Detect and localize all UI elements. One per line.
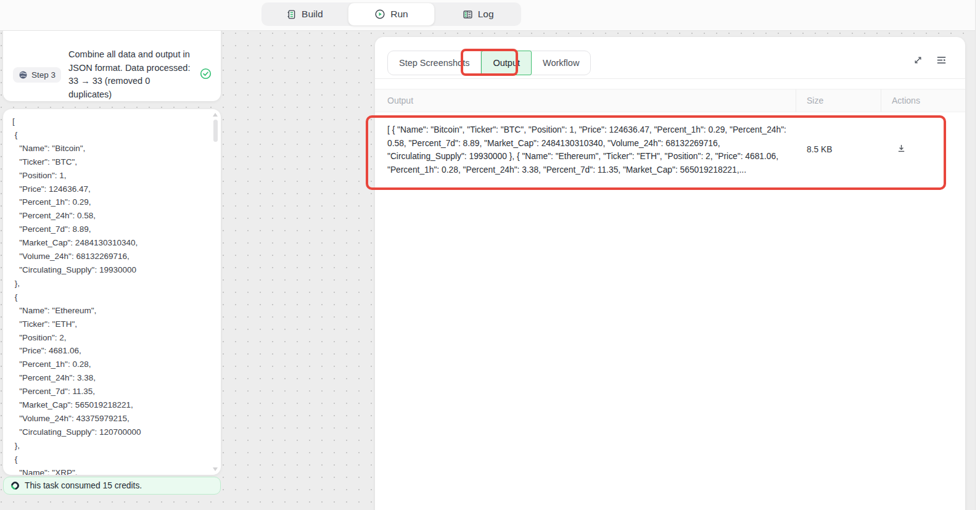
- tab-workflow[interactable]: Workflow: [532, 51, 590, 75]
- run-icon: [374, 9, 385, 20]
- panel-toolbar: [913, 56, 947, 65]
- step-row: Step 3 Combine all data and output in JS…: [13, 48, 212, 101]
- output-row-text: [ { "Name": "Bitcoin", "Ticker": "BTC", …: [387, 123, 789, 176]
- tab-step-screenshots[interactable]: Step Screenshots: [388, 51, 481, 75]
- mode-switcher: Build Run Log: [261, 2, 521, 26]
- output-panel-tabs: Step Screenshots Output Workflow: [387, 51, 591, 75]
- tab-workflow-label: Workflow: [543, 58, 579, 68]
- tab-log-label: Log: [478, 9, 494, 20]
- expand-icon[interactable]: [913, 56, 923, 65]
- tab-run-label: Run: [390, 9, 408, 20]
- spinner-dot-icon: [9, 480, 20, 491]
- tab-build-label: Build: [302, 9, 323, 20]
- column-header-output: Output: [387, 96, 413, 105]
- column-header-actions: Actions: [892, 96, 920, 105]
- output-panel: Step Screenshots Output Workflow Output …: [375, 37, 965, 510]
- download-button[interactable]: [896, 143, 907, 156]
- build-icon: [286, 9, 297, 20]
- download-icon: [896, 143, 907, 154]
- scroll-down-arrow[interactable]: [213, 467, 218, 471]
- column-header-size: Size: [807, 96, 823, 105]
- credits-toast-message: This task consumed 15 credits.: [25, 481, 142, 490]
- globe-icon: [19, 70, 28, 80]
- log-icon: [463, 9, 473, 20]
- json-preview-text: [ { "Name": "Bitcoin", "Ticker": "BTC", …: [12, 115, 207, 475]
- success-check-icon: [200, 68, 212, 82]
- tab-output-label: Output: [493, 58, 520, 68]
- top-header-band: Build Run Log: [0, 0, 980, 31]
- output-table-header: Output Size Actions: [375, 89, 965, 112]
- output-row-size: 8.5 KB: [807, 145, 832, 154]
- panel-divider: [375, 78, 965, 79]
- json-preview-card[interactable]: [ { "Name": "Bitcoin", "Ticker": "BTC", …: [3, 109, 221, 475]
- window-scrollbar-track[interactable]: [975, 0, 980, 510]
- tab-output[interactable]: Output: [481, 51, 532, 75]
- tab-run[interactable]: Run: [348, 2, 435, 26]
- credits-toast: This task consumed 15 credits.: [3, 477, 221, 495]
- tab-step-screenshots-label: Step Screenshots: [399, 58, 469, 68]
- step-badge: Step 3: [13, 67, 61, 83]
- tab-log[interactable]: Log: [435, 2, 521, 26]
- header-separator: [796, 89, 796, 112]
- header-separator: [881, 89, 881, 112]
- step-badge-label: Step 3: [31, 70, 56, 80]
- align-list-icon[interactable]: [936, 56, 947, 65]
- json-scrollbar-thumb[interactable]: [213, 120, 218, 142]
- step-description: Combine all data and output in JSON form…: [68, 48, 194, 101]
- scroll-up-arrow[interactable]: [213, 113, 218, 117]
- tab-build[interactable]: Build: [261, 2, 348, 26]
